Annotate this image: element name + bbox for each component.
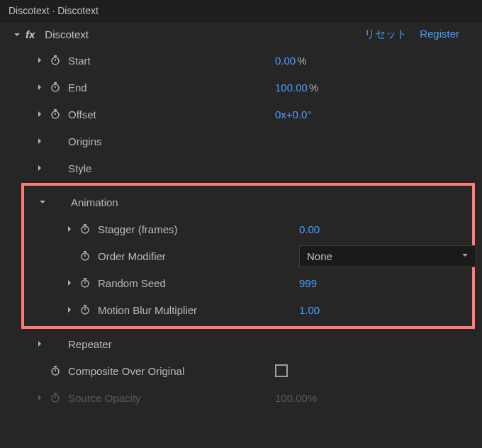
property-row-order-modifier: Order Modifier None bbox=[24, 242, 472, 269]
register-link[interactable]: Register bbox=[420, 28, 459, 41]
svg-rect-1 bbox=[54, 55, 57, 57]
property-label: Start bbox=[68, 55, 91, 67]
property-value-offset[interactable]: 0x+0.0° bbox=[275, 108, 311, 121]
panel-tab[interactable]: Discotext · Discotext bbox=[0, 0, 482, 22]
property-label: Order Modifier bbox=[98, 250, 166, 262]
svg-rect-7 bbox=[54, 109, 57, 111]
stopwatch-icon[interactable] bbox=[78, 303, 92, 317]
property-label: Repeater bbox=[68, 338, 112, 350]
stopwatch-icon[interactable] bbox=[48, 80, 62, 94]
twirl-right-icon[interactable] bbox=[34, 84, 45, 91]
svg-rect-19 bbox=[84, 305, 86, 306]
property-row-animation: Animation bbox=[24, 189, 472, 215]
svg-rect-13 bbox=[84, 251, 86, 252]
stopwatch-icon[interactable] bbox=[48, 364, 62, 378]
stopwatch-icon bbox=[48, 391, 62, 405]
property-label: Animation bbox=[71, 196, 118, 208]
property-label: Composite Over Original bbox=[68, 365, 184, 377]
property-row-random-seed: Random Seed 999 bbox=[24, 269, 472, 296]
twirl-right-icon[interactable] bbox=[64, 306, 75, 313]
twirl-right-icon[interactable] bbox=[34, 138, 45, 145]
stopwatch-icon[interactable] bbox=[78, 249, 92, 263]
svg-rect-25 bbox=[54, 393, 57, 394]
property-row-composite: Composite Over Original bbox=[0, 357, 482, 384]
twirl-right-icon[interactable] bbox=[34, 57, 45, 64]
order-modifier-dropdown[interactable]: None bbox=[299, 245, 476, 267]
twirl-right-icon[interactable] bbox=[64, 225, 75, 233]
stopwatch-icon[interactable] bbox=[48, 53, 62, 67]
property-unit: % bbox=[297, 55, 306, 67]
property-label: Source Opacity bbox=[68, 392, 141, 404]
twirl-right-icon[interactable] bbox=[34, 394, 45, 401]
property-row-stagger: Stagger (frames) 0.00 bbox=[24, 215, 472, 242]
panel-tab-title: Discotext · Discotext bbox=[9, 5, 99, 16]
svg-rect-16 bbox=[84, 278, 86, 279]
property-unit: % bbox=[308, 392, 317, 404]
property-label: Offset bbox=[68, 108, 96, 121]
property-row-repeater: Repeater bbox=[0, 330, 482, 357]
chevron-down-icon bbox=[461, 252, 469, 260]
twirl-down-icon[interactable] bbox=[37, 198, 48, 206]
property-label: Motion Blur Multiplier bbox=[98, 304, 197, 316]
svg-rect-4 bbox=[54, 82, 57, 84]
property-label: Stagger (frames) bbox=[98, 223, 178, 235]
property-label: End bbox=[68, 82, 87, 94]
stopwatch-icon[interactable] bbox=[78, 276, 92, 290]
twirl-right-icon[interactable] bbox=[34, 340, 45, 347]
property-value-stagger[interactable]: 0.00 bbox=[299, 223, 320, 235]
property-value-motion-blur[interactable]: 1.00 bbox=[299, 304, 320, 316]
stopwatch-icon[interactable] bbox=[48, 107, 62, 121]
property-value-end[interactable]: 100.00 bbox=[275, 82, 308, 94]
composite-checkbox[interactable] bbox=[275, 364, 288, 377]
effect-header: fx Discotext リセット Register bbox=[0, 22, 482, 47]
svg-rect-10 bbox=[84, 224, 86, 225]
property-label: Style bbox=[68, 162, 91, 174]
property-value-random-seed[interactable]: 999 bbox=[299, 277, 317, 289]
fx-icon[interactable]: fx bbox=[26, 28, 35, 40]
svg-rect-22 bbox=[54, 366, 57, 367]
twirl-right-icon[interactable] bbox=[34, 111, 45, 118]
property-row-end: End 100.00 % bbox=[0, 74, 482, 101]
highlight-box: Animation Stagger (frames) 0.00 Order Mo… bbox=[21, 183, 475, 329]
twirl-down-icon[interactable] bbox=[11, 31, 23, 38]
property-value-start[interactable]: 0.00 bbox=[275, 55, 296, 67]
stopwatch-icon[interactable] bbox=[78, 222, 92, 236]
property-row-origins: Origins bbox=[0, 128, 482, 155]
property-value-source-opacity: 100.00 bbox=[275, 392, 308, 404]
property-row-style: Style bbox=[0, 155, 482, 181]
twirl-right-icon[interactable] bbox=[64, 279, 75, 286]
property-label: Origins bbox=[68, 135, 102, 147]
property-row-offset: Offset 0x+0.0° bbox=[0, 101, 482, 128]
property-row-source-opacity: Source Opacity 100.00 % bbox=[0, 384, 482, 411]
property-unit: % bbox=[309, 82, 318, 94]
effect-name[interactable]: Discotext bbox=[45, 28, 89, 40]
property-row-motion-blur: Motion Blur Multiplier 1.00 bbox=[24, 296, 472, 323]
property-row-start: Start 0.00 % bbox=[0, 47, 482, 74]
property-label: Random Seed bbox=[98, 277, 166, 289]
reset-link[interactable]: リセット bbox=[364, 28, 407, 41]
dropdown-value: None bbox=[307, 250, 332, 262]
twirl-right-icon[interactable] bbox=[34, 164, 45, 172]
